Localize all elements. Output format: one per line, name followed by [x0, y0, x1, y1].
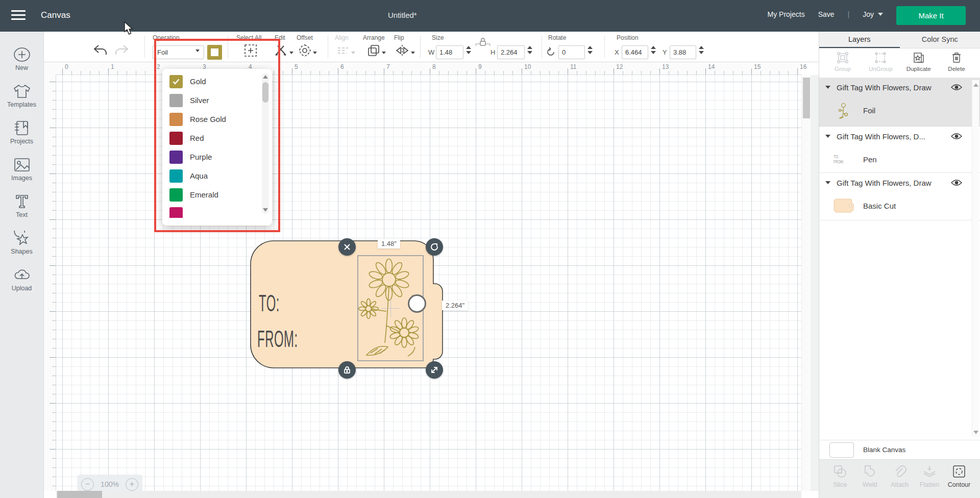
ruler-number: 15	[751, 63, 797, 70]
scroll-up-icon[interactable]	[973, 83, 978, 87]
color-option[interactable]	[162, 204, 272, 218]
x-position-input[interactable]	[622, 45, 648, 59]
color-name: Red	[190, 134, 204, 142]
rotate-handle[interactable]	[426, 238, 443, 256]
dropdown-scrollbar-thumb[interactable]	[262, 82, 268, 103]
basic-cut-layer-thumbnail	[834, 195, 854, 216]
caret-down-icon[interactable]	[825, 135, 830, 138]
sidebar-item-text[interactable]: Text	[0, 188, 43, 225]
align-label: Align	[335, 34, 349, 41]
resize-handle[interactable]	[426, 361, 443, 379]
hamburger-menu-icon[interactable]	[11, 10, 26, 21]
layer-row-pen[interactable]: TO: FROM: Pen	[819, 145, 980, 173]
color-swatch-button[interactable]	[207, 45, 222, 60]
sidebar-item-shapes[interactable]: Shapes	[0, 225, 43, 261]
cloud-upload-icon	[13, 267, 31, 283]
layer-group-basic-cut[interactable]: Gift Tag With Flowers, Draw Basic Cut	[819, 173, 980, 220]
tag-hole-punch	[408, 294, 426, 313]
sidebar-item-new[interactable]: New	[0, 41, 43, 78]
tab-layers[interactable]: Layers	[819, 32, 900, 48]
dropdown-scrollbar[interactable]	[262, 73, 269, 214]
scroll-up-icon[interactable]	[263, 75, 268, 79]
rotate-input[interactable]	[558, 45, 585, 59]
layer-group-pen[interactable]: Gift Tag With Flowers, D... TO: FROM: Pe…	[819, 127, 980, 173]
contour-icon	[952, 465, 966, 478]
contour-button[interactable]: Contour	[944, 465, 974, 498]
delete-button[interactable]: Delete	[940, 52, 973, 78]
x-stepper[interactable]	[651, 46, 656, 54]
rotate-icon	[430, 242, 439, 252]
make-it-button[interactable]: Make It	[896, 6, 966, 25]
delete-handle[interactable]	[338, 238, 356, 256]
caret-down-icon[interactable]	[825, 181, 830, 184]
height-input[interactable]	[497, 45, 525, 59]
select-all-button[interactable]	[244, 44, 257, 57]
redo-button[interactable]	[114, 44, 130, 57]
machine-select-menu[interactable]: Joy	[863, 10, 883, 18]
zoom-in-button[interactable]: +	[126, 478, 138, 491]
edit-label: Edit	[275, 34, 285, 41]
eye-visible-icon[interactable]	[951, 84, 962, 91]
vertical-scrollbar[interactable]	[801, 75, 811, 491]
my-projects-link[interactable]: My Projects	[768, 10, 805, 18]
edit-button[interactable]	[274, 44, 293, 57]
zoom-out-button[interactable]: −	[81, 478, 94, 491]
flip-button[interactable]	[395, 44, 415, 57]
rotate-stepper[interactable]	[587, 46, 593, 54]
width-input[interactable]	[436, 45, 463, 59]
chevron-down-icon	[382, 52, 386, 54]
design-canvas[interactable]: 012345678910111213141516 012345678 TO: F…	[44, 62, 819, 498]
layer-row-basic-cut[interactable]: Basic Cut	[819, 192, 980, 219]
color-swatch	[169, 169, 183, 183]
color-option[interactable]: Rose Gold	[162, 110, 272, 129]
left-sidebar: New Templates Projects Images Text Shape…	[0, 32, 44, 498]
horizontal-scrollbar[interactable]	[56, 491, 801, 498]
arrange-button[interactable]	[367, 44, 386, 57]
y-position-input[interactable]	[670, 45, 696, 59]
horizontal-scrollbar-thumb[interactable]	[57, 491, 102, 498]
lock-handle[interactable]	[338, 361, 356, 379]
layer-group-header[interactable]: Gift Tag With Flowers, Draw	[819, 78, 980, 96]
layer-group-header[interactable]: Gift Tag With Flowers, Draw	[819, 173, 980, 192]
sidebar-item-templates[interactable]: Templates	[0, 78, 43, 114]
scroll-down-icon[interactable]	[973, 431, 978, 434]
color-option[interactable]: Gold	[162, 72, 272, 91]
page-title: Canvas	[41, 10, 70, 20]
color-swatch	[169, 151, 183, 164]
check-icon	[173, 79, 180, 85]
resize-arrows-icon	[430, 366, 438, 374]
letter-t-icon	[13, 194, 31, 209]
layers-scrollbar[interactable]	[972, 80, 979, 437]
eye-visible-icon[interactable]	[951, 179, 962, 186]
eye-visible-icon[interactable]	[951, 133, 962, 140]
color-option[interactable]: Emerald	[162, 185, 272, 204]
blank-canvas-swatch[interactable]	[829, 442, 854, 458]
align-lines-icon	[336, 44, 350, 57]
size-lock-icon[interactable]	[475, 37, 491, 47]
width-stepper[interactable]	[466, 46, 471, 54]
operation-select[interactable]: Foil	[153, 45, 204, 59]
sidebar-item-images[interactable]: Images	[0, 151, 43, 188]
offset-button[interactable]	[298, 44, 317, 57]
toolbar-divider	[542, 36, 542, 58]
color-option[interactable]: Silver	[162, 91, 272, 110]
color-option[interactable]: Red	[162, 129, 272, 147]
layer-group-header[interactable]: Gift Tag With Flowers, D...	[819, 127, 980, 145]
save-link[interactable]: Save	[818, 10, 835, 18]
caret-down-icon[interactable]	[825, 86, 830, 89]
undo-button[interactable]	[92, 44, 108, 57]
height-stepper[interactable]	[527, 46, 532, 54]
ruler-number: 10	[522, 63, 568, 70]
sidebar-item-projects[interactable]: Projects	[0, 114, 43, 151]
layer-group-foil[interactable]: Gift Tag With Flowers, Draw Foil	[819, 78, 980, 127]
y-stepper[interactable]	[699, 46, 704, 54]
layer-row-foil[interactable]: Foil	[819, 96, 980, 124]
scroll-down-icon[interactable]	[263, 208, 268, 212]
sidebar-item-upload[interactable]: Upload	[0, 261, 43, 298]
blank-canvas-row[interactable]: Blank Canvas	[819, 440, 980, 459]
color-option[interactable]: Aqua	[162, 166, 272, 185]
duplicate-button[interactable]: Duplicate	[902, 52, 935, 78]
tab-color-sync[interactable]: Color Sync	[900, 32, 980, 48]
color-option[interactable]: Purple	[162, 147, 272, 166]
vertical-scrollbar-thumb[interactable]	[803, 78, 810, 118]
